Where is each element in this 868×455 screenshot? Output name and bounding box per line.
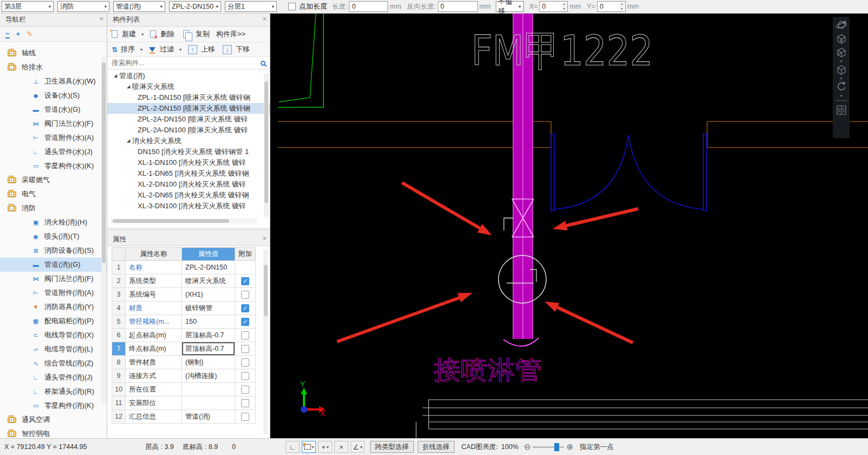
pick-point-tool[interactable]: + ▾: [318, 441, 332, 453]
door-swing-arc[interactable]: [554, 135, 629, 209]
display-settings-icon[interactable]: [835, 104, 848, 117]
cad-leader-bracket[interactable]: [504, 218, 513, 230]
floor-select[interactable]: 第3层 ▾: [2, 1, 54, 12]
sidebar-item[interactable]: ◆设备(水)(S): [0, 88, 107, 102]
component-row[interactable]: ZPL-1-DN150 [喷淋灭火系统 镀锌钢: [107, 92, 270, 103]
search-icon[interactable]: [261, 61, 265, 66]
property-value[interactable]: (钢制): [182, 356, 235, 369]
tree-expanded-icon[interactable]: ◢: [125, 136, 132, 146]
tree-expanded-icon[interactable]: ◢: [125, 81, 132, 92]
selection-box-tool[interactable]: ▾: [302, 441, 316, 453]
property-value[interactable]: ZPL-2-DN150: [182, 261, 235, 274]
x-stepper-arrows[interactable]: ▴ ▾: [561, 1, 568, 12]
chevron-down-icon[interactable]: ▾: [312, 445, 314, 450]
sidebar-item[interactable]: ▼消防器具(消)(Y): [0, 300, 107, 314]
sidebar-group[interactable]: +采暖燃气: [0, 173, 107, 187]
element-type-select[interactable]: 管道(消) ▾: [113, 1, 165, 12]
sidebar-item[interactable]: ∟桥架通头(消)(R): [0, 384, 107, 399]
new-button[interactable]: 新建: [122, 29, 136, 39]
component-row[interactable]: ZPL-2A-DN150 [喷淋灭火系统 镀锌: [107, 114, 270, 125]
cad-green-line[interactable]: [279, 14, 316, 102]
discipline-select[interactable]: 消防 ▾: [57, 1, 109, 12]
sidebar-group[interactable]: +电气: [0, 187, 107, 201]
component-scrollbar-thumb[interactable]: [264, 81, 268, 203]
spinner-up-icon[interactable]: ▴: [619, 2, 625, 7]
sidebar-group[interactable]: +轴线: [0, 46, 107, 60]
cad-stair-lines[interactable]: [416, 400, 868, 438]
property-value[interactable]: 喷淋灭火系统: [182, 274, 235, 288]
cad-door-label[interactable]: FM甲1222: [471, 27, 653, 75]
component-group-row[interactable]: ◢喷淋灭火系统: [107, 81, 270, 92]
component-hscrollbar-thumb[interactable]: [113, 219, 229, 223]
chevron-down-icon[interactable]: ▾: [840, 60, 843, 63]
expand-add-icon[interactable]: +: [16, 30, 21, 38]
sidebar-item[interactable]: ▬管道(消)(G): [0, 258, 107, 272]
component-library-button[interactable]: 构件库>>: [216, 29, 245, 39]
move-up-button[interactable]: 上移: [201, 44, 215, 54]
checkbox-unchecked[interactable]: [241, 345, 249, 353]
property-row[interactable]: 8管件材质(钢制): [112, 356, 270, 369]
checkbox-checked[interactable]: ✓: [241, 318, 249, 326]
reverse-length-input[interactable]: [438, 1, 478, 12]
property-scrollbar-thumb[interactable]: [264, 265, 268, 316]
sidebar-item[interactable]: ∟通头管件(水)(J): [0, 145, 107, 159]
sidebar-item[interactable]: ⊞消防设备(消)(S): [0, 243, 107, 258]
property-row[interactable]: 12汇总信息管道(消): [112, 410, 270, 424]
sort-button[interactable]: 排序: [121, 44, 135, 54]
sidebar-item[interactable]: ▭零星构件(消)(K): [0, 399, 107, 413]
checkbox-checked[interactable]: ✓: [241, 277, 249, 285]
component-row[interactable]: XL-1-DN100 [消火栓灭火系统 镀锌: [107, 157, 270, 168]
cross-select-tool[interactable]: ×: [334, 441, 348, 453]
spinner-down-icon[interactable]: ▾: [619, 7, 625, 11]
length-input[interactable]: [349, 1, 388, 12]
chevron-down-icon[interactable]: ▾: [327, 445, 329, 450]
sidebar-item[interactable]: ⊢管道附件(水)(A): [0, 131, 107, 145]
property-row[interactable]: 7终点标高(m)层顶标高-0.7: [112, 342, 270, 356]
cross-type-select-button[interactable]: 跨类型选择: [370, 441, 414, 453]
component-row[interactable]: XL-3-DN100 [消火栓灭火系统 镀锌: [107, 201, 270, 210]
property-value[interactable]: (XH1): [182, 288, 235, 302]
cad-wall-lines[interactable]: [278, 121, 868, 148]
sidebar-group[interactable]: −消防: [0, 201, 107, 215]
brightness-slider[interactable]: [533, 446, 564, 448]
property-value[interactable]: 管道(消): [182, 410, 235, 424]
property-value[interactable]: (沟槽连接): [182, 369, 235, 383]
cad-green-line[interactable]: [278, 14, 323, 107]
x-offset-input[interactable]: [539, 1, 561, 12]
property-value[interactable]: [182, 383, 235, 396]
y-offset-input[interactable]: [597, 1, 619, 12]
chevron-down-icon[interactable]: ▾: [141, 32, 144, 37]
rotate-view-icon[interactable]: [835, 81, 848, 94]
component-row[interactable]: XL-2-DN100 [消火栓灭火系统 镀锌: [107, 179, 270, 190]
sidebar-item[interactable]: ▭零星构件(水)(K): [0, 159, 107, 173]
chevron-down-icon[interactable]: ▾: [840, 77, 843, 80]
nav-scrollbar[interactable]: [101, 57, 106, 404]
chevron-down-icon[interactable]: ▾: [179, 47, 182, 52]
sidebar-group[interactable]: −给排水: [0, 60, 107, 74]
brightness-slider-thumb[interactable]: [554, 443, 559, 451]
property-value[interactable]: 层顶标高-0.7: [182, 342, 235, 356]
red-arrow[interactable]: [545, 302, 633, 343]
component-row[interactable]: ZPL-2-DN150 [喷淋灭火系统 镀锌钢: [107, 103, 270, 114]
red-arrow[interactable]: [337, 293, 472, 342]
spinner-down-icon[interactable]: ▾: [561, 7, 567, 11]
shaded-view-icon[interactable]: [835, 63, 848, 76]
sidebar-group[interactable]: +智控弱电: [0, 427, 107, 438]
view-3d-icon[interactable]: 3D: [835, 33, 848, 46]
collapse-all-icon[interactable]: −: [5, 29, 10, 39]
sidebar-item[interactable]: ◉喷头(消)(T): [0, 229, 107, 243]
property-row[interactable]: 2系统类型喷淋灭火系统✓: [112, 274, 270, 288]
pipe-elbow-hook[interactable]: [503, 338, 539, 346]
checkbox-unchecked[interactable]: [241, 413, 249, 421]
sidebar-item[interactable]: ⊂电线导管(消)(X): [0, 328, 107, 342]
close-icon[interactable]: ×: [262, 15, 267, 23]
property-row[interactable]: 3系统编号(XH1): [112, 288, 270, 302]
property-row[interactable]: 9连接方式(沟槽连接): [112, 369, 270, 383]
red-arrow-annotations[interactable]: [337, 183, 638, 343]
brightness-minus-icon[interactable]: ⊖: [524, 442, 531, 452]
wireframe-view-icon[interactable]: [835, 46, 848, 59]
checkbox-checked[interactable]: ✓: [241, 304, 249, 312]
move-down-button[interactable]: 下移: [236, 44, 250, 54]
sidebar-item[interactable]: ▱电缆导管(消)(L): [0, 342, 107, 356]
sidebar-group[interactable]: +通风空调: [0, 413, 107, 427]
